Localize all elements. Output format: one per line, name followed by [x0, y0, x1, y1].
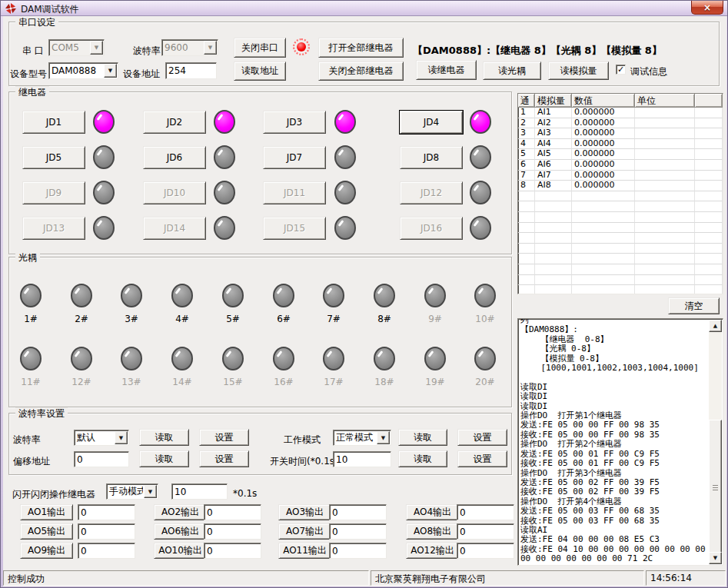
ao-output-button-8[interactable]: AO8输出	[406, 523, 459, 540]
ao-output-button-12[interactable]: AO12输出	[406, 543, 459, 559]
filler-cell	[695, 139, 723, 150]
col-analog-header[interactable]: 模拟量	[535, 94, 572, 108]
ao-output-button-1[interactable]: AO1输出	[20, 504, 73, 520]
ao-output-input-4[interactable]	[457, 504, 514, 520]
table-row[interactable]: 7AI70.000000	[518, 171, 723, 181]
table-row	[518, 223, 723, 234]
workmode-combobox[interactable]: 正常模式 ▼	[333, 430, 391, 446]
log-scrollbar[interactable]: ▲ ▼	[709, 320, 722, 564]
ao-output-button-5[interactable]: AO5输出	[20, 523, 73, 540]
ao-output-input-2[interactable]	[204, 504, 261, 520]
col-unit-cell	[635, 118, 695, 129]
col-value-header[interactable]: 数值	[572, 94, 635, 108]
scroll-up-icon[interactable]: ▲	[709, 320, 722, 332]
opto-led-13	[121, 347, 142, 370]
close-all-relays-button[interactable]: 关闭全部继电器	[318, 61, 404, 81]
baud-set-button[interactable]: 设置	[199, 429, 249, 446]
ao-output-input-7[interactable]	[329, 523, 387, 540]
read-relays-button[interactable]: 读继电器	[416, 60, 477, 80]
ao-output-input-11[interactable]	[329, 543, 387, 559]
ao-output-button-6[interactable]: AO6输出	[154, 523, 207, 540]
table-row[interactable]: 5AI50.000000	[518, 149, 723, 160]
ao-output-input-8[interactable]	[457, 523, 514, 540]
read-opto-button[interactable]: 读光耦	[483, 61, 541, 80]
baudrate-combobox: 9600 ▼	[161, 39, 218, 56]
col-channel-cell	[518, 264, 535, 275]
baud-set-label: 波特率	[13, 434, 41, 447]
chevron-down-icon: ▼	[377, 431, 390, 444]
relay-button-jd12: JD12	[400, 181, 463, 204]
switch-time-label: 开关时间(*0.1s)	[270, 455, 338, 468]
baud-set-combobox[interactable]: 默认 ▼	[74, 430, 129, 446]
relay-button-jd8[interactable]: JD8	[400, 146, 463, 169]
ao-output-button-4[interactable]: AO4输出	[406, 504, 459, 520]
relay-button-jd5[interactable]: JD5	[22, 146, 85, 169]
ao-output-input-12[interactable]	[457, 543, 514, 559]
col-filler-header[interactable]	[695, 94, 723, 108]
relay-button-jd2[interactable]: JD2	[143, 111, 206, 134]
workmode-read-button[interactable]: 读取	[398, 429, 447, 446]
opto-group-label: 光耦	[15, 251, 40, 264]
ao-output-input-3[interactable]	[329, 504, 387, 520]
relay-button-jd7[interactable]: JD7	[263, 146, 326, 169]
offset-address-input[interactable]	[74, 451, 129, 467]
switch-time-set-button[interactable]: 设置	[457, 450, 507, 467]
relay-button-jd1[interactable]: JD1	[22, 111, 85, 134]
col-value-cell	[572, 212, 635, 223]
ao-output-input-9[interactable]	[78, 543, 135, 559]
flash-mode-combobox[interactable]: 手动模式 ▼	[106, 483, 158, 500]
offset-set-button[interactable]: 设置	[199, 450, 249, 467]
relay-button-jd14: JD14	[143, 217, 206, 240]
switch-time-read-button[interactable]: 读取	[398, 450, 447, 467]
filler-cell	[695, 223, 723, 234]
switch-time-input[interactable]	[333, 451, 391, 467]
ao-output-input-10[interactable]	[204, 543, 261, 559]
chevron-down-icon: ▼	[90, 41, 103, 55]
status-message: 控制成功	[3, 570, 369, 586]
log-box[interactable]: 列 【DAM0888】: 【继电器 0-8】 【光耦 0-8】 【模拟量 0-8…	[517, 318, 723, 566]
relay-button-jd9: JD9	[22, 181, 85, 204]
device-address-input[interactable]	[165, 62, 217, 79]
open-all-relays-button[interactable]: 打开全部继电器	[318, 38, 404, 58]
read-analog-button[interactable]: 读模拟量	[548, 61, 609, 80]
ao-output-button-9[interactable]: AO9输出	[20, 543, 73, 559]
table-row[interactable]: 4AI40.000000	[518, 139, 723, 150]
ao-output-button-10[interactable]: AO10输出	[154, 543, 207, 559]
clear-button[interactable]: 清空	[668, 297, 720, 314]
col-unit-header[interactable]: 单位	[635, 94, 695, 108]
ao-output-button-3[interactable]: AO3输出	[278, 504, 331, 520]
debug-info-checkbox[interactable]: ✓	[616, 65, 626, 75]
offset-read-button[interactable]: 读取	[139, 450, 189, 467]
read-address-button[interactable]: 读取地址	[234, 61, 286, 81]
baud-read-button[interactable]: 读取	[139, 429, 189, 446]
device-model-combobox[interactable]: DAM0888 ▼	[48, 62, 118, 79]
window-titlebar[interactable]: DAM调试软件 ×	[1, 1, 727, 16]
ao-output-input-5[interactable]	[78, 523, 135, 540]
ao-output-input-6[interactable]	[204, 523, 261, 540]
table-row[interactable]: 3AI30.000000	[518, 128, 723, 139]
table-row[interactable]: 1AI10.000000	[518, 108, 723, 118]
close-button[interactable]: ×	[691, 1, 723, 15]
scroll-down-icon[interactable]: ▼	[709, 552, 722, 564]
relay-button-jd6[interactable]: JD6	[143, 146, 206, 169]
table-row[interactable]: 8AI80.000000	[518, 181, 723, 191]
opto-led-5	[222, 284, 244, 307]
scrollbar-thumb[interactable]	[709, 420, 722, 554]
relay-button-jd4[interactable]: JD4	[400, 111, 463, 134]
relay-button-jd3[interactable]: JD3	[263, 111, 326, 134]
opto-label-7: 7#	[317, 314, 350, 324]
close-port-button[interactable]: 关闭串口	[234, 38, 286, 58]
ao-output-input-1[interactable]	[78, 504, 135, 520]
table-row[interactable]: 6AI60.000000	[518, 160, 723, 171]
device-model-label: 设备型号	[10, 68, 47, 81]
col-unit-cell	[635, 264, 695, 275]
ao-output-button-11[interactable]: AO11输出	[278, 543, 331, 559]
filler-cell	[695, 171, 723, 181]
flash-time-input[interactable]	[171, 483, 228, 500]
ao-output-button-2[interactable]: AO2输出	[154, 504, 207, 520]
table-row[interactable]: 2AI20.000000	[518, 118, 723, 129]
col-analog-cell: AI6	[535, 160, 572, 171]
col-channel-header[interactable]: 通	[518, 94, 535, 108]
workmode-set-button[interactable]: 设置	[457, 429, 507, 446]
ao-output-button-7[interactable]: AO7输出	[278, 523, 331, 540]
